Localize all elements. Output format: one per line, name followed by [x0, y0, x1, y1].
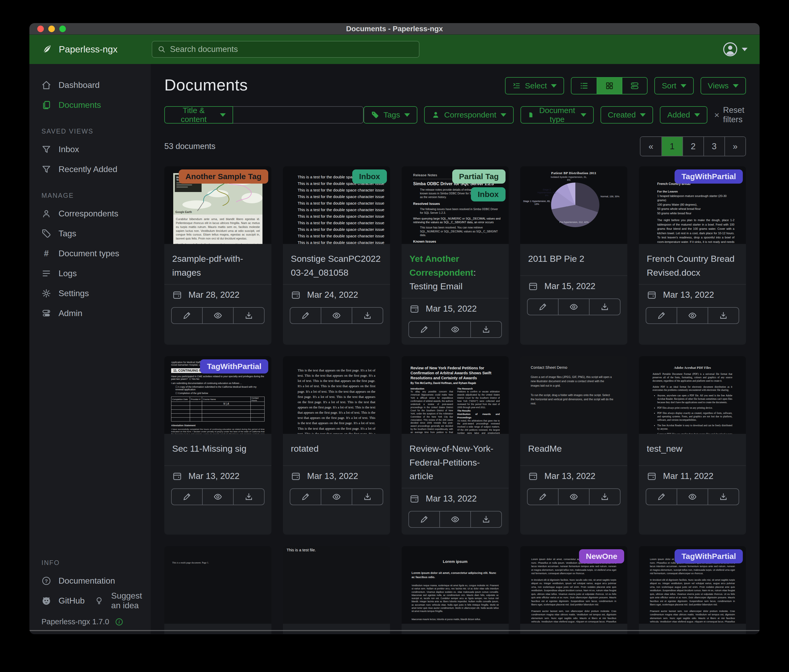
document-title[interactable]: Yet Another Correspondent: Testing Email — [402, 244, 509, 298]
document-thumbnail[interactable]: Contact Sheet Demo Given a set of image … — [520, 356, 627, 434]
document-type-filter-button[interactable]: Document type — [521, 106, 594, 124]
download-button[interactable] — [708, 489, 739, 505]
document-card[interactable]: Lorem ipsum dolor sit amet, consectetur … — [520, 546, 627, 634]
tag-badge[interactable]: Partial Tag — [452, 169, 506, 184]
edit-button[interactable] — [527, 299, 558, 315]
edit-button[interactable] — [527, 489, 558, 505]
document-card[interactable]: This is a test file. simple txt file — [283, 546, 390, 634]
document-thumbnail[interactable]: This is the text that appears on the fir… — [283, 356, 390, 434]
correspondent-filter-button[interactable]: Correspondent — [424, 106, 513, 124]
view-button[interactable] — [558, 489, 589, 505]
sidebar-item-tags[interactable]: Tags — [29, 223, 151, 244]
sidebar-item-dashboard[interactable]: Dashboard — [29, 75, 151, 95]
pagination-page-3[interactable]: 3 — [703, 137, 724, 156]
download-button[interactable] — [708, 308, 739, 323]
document-thumbnail[interactable]: Application for Medical Staff Members Go… — [164, 356, 272, 434]
minimize-window-button[interactable] — [48, 25, 55, 32]
sidebar-item-suggest-idea[interactable]: Suggest an idea — [88, 591, 151, 611]
view-button[interactable] — [321, 489, 352, 505]
reset-filters-button[interactable]: × Reset filters — [714, 105, 746, 124]
sort-button[interactable]: Sort — [654, 77, 693, 94]
document-title[interactable]: French Country Bread Revised.docx — [639, 244, 746, 284]
zoom-window-button[interactable] — [59, 25, 66, 32]
sidebar-item-recently-added[interactable]: Recently Added — [29, 159, 151, 179]
sidebar-item-documentation[interactable]: Documentation — [29, 571, 151, 591]
download-button[interactable] — [352, 308, 383, 323]
tag-badge[interactable]: Another Sample Tag — [179, 169, 268, 184]
document-card[interactable]: This is the text that appears on the fir… — [283, 356, 390, 535]
user-menu[interactable] — [723, 42, 747, 57]
document-card[interactable]: Patient BP Distribution 2011 Normal, 158… — [520, 166, 627, 345]
document-thumbnail[interactable]: Review of New York Federal Petitions for… — [402, 356, 509, 434]
document-thumbnail[interactable]: This is a test for the double space char… — [283, 166, 390, 244]
app-logo[interactable]: Paperless-ngx — [42, 43, 118, 55]
document-card[interactable]: This is a test for the double space char… — [283, 166, 390, 345]
document-thumbnail[interactable]: Lorem ipsum Lorem ipsum dolor sit amet, … — [402, 546, 509, 624]
document-thumbnail[interactable]: Release Notes Simba ODBC Driver for SQL … — [402, 166, 509, 244]
download-button[interactable] — [470, 322, 502, 337]
sidebar-item-document-types[interactable]: Document types — [29, 244, 151, 263]
grid-view-button[interactable] — [597, 78, 622, 94]
download-button[interactable] — [233, 308, 264, 323]
select-button[interactable]: Select — [505, 77, 564, 94]
tag-badge[interactable]: TagWithPartial — [674, 169, 743, 184]
document-card[interactable]: Release Notes Simba ODBC Driver for SQL … — [402, 166, 509, 345]
detail-view-button[interactable] — [622, 78, 647, 94]
document-thumbnail[interactable]: This is a multi page document. Page 1. — [164, 546, 272, 624]
tag-badge[interactable]: TagWithPartial — [200, 359, 268, 374]
view-button[interactable] — [202, 489, 233, 505]
pagination-page-2[interactable]: 2 — [682, 137, 703, 156]
document-thumbnail[interactable]: This is a test file. — [283, 546, 390, 624]
sidebar-item-documents[interactable]: Documents — [29, 95, 151, 115]
document-card[interactable]: This is a multi page document. Page 1. m… — [164, 546, 272, 634]
document-title[interactable]: test_new — [639, 434, 746, 465]
pagination-prev[interactable]: « — [640, 137, 661, 156]
filter-query-input[interactable] — [233, 106, 364, 124]
download-button[interactable] — [589, 489, 620, 505]
document-card[interactable]: Boundary Waters Trip Google Earth Curabi… — [164, 166, 272, 345]
document-title[interactable]: Review-of-New-York-Federal-Petitions-art… — [402, 434, 509, 488]
view-button[interactable] — [439, 322, 470, 337]
tag-badge[interactable]: NewOne — [579, 549, 624, 564]
document-card[interactable]: Lorem ipsum dolor sit amet, consectetur … — [639, 546, 746, 634]
document-title[interactable]: 2sample-pdf-with-images — [164, 244, 272, 284]
document-card[interactable]: Application for Medical Staff Members Go… — [164, 356, 272, 535]
close-window-button[interactable] — [37, 25, 44, 32]
document-thumbnail[interactable]: Boundary Waters Trip Google Earth Curabi… — [164, 166, 272, 244]
tag-badge[interactable]: Inbox — [471, 187, 506, 201]
document-title[interactable]: 2011 BP Pie 2 — [520, 244, 627, 275]
search-input[interactable]: Search documents — [152, 41, 419, 58]
view-button[interactable] — [677, 308, 708, 323]
edit-button[interactable] — [290, 489, 321, 505]
search-field-dropdown[interactable]: Title & content — [164, 106, 233, 124]
view-button[interactable] — [558, 299, 589, 315]
created-filter-button[interactable]: Created — [601, 106, 653, 124]
edit-button[interactable] — [172, 308, 202, 323]
list-view-button[interactable] — [572, 78, 597, 94]
sidebar-item-logs[interactable]: Logs — [29, 263, 151, 283]
edit-button[interactable] — [409, 511, 439, 527]
document-card[interactable]: Review of New York Federal Petitions for… — [402, 356, 509, 535]
document-title[interactable]: Newest Correspondent: f_combineds — [520, 624, 627, 634]
document-thumbnail[interactable]: French Country Bread For the Leaven 1 he… — [639, 166, 746, 244]
edit-button[interactable] — [646, 489, 677, 505]
view-button[interactable] — [202, 308, 233, 323]
correspondent-link[interactable]: Newest Correspondent — [528, 634, 592, 634]
added-filter-button[interactable]: Added — [660, 106, 708, 124]
edit-button[interactable] — [290, 308, 321, 323]
download-button[interactable] — [589, 299, 620, 315]
pagination-next[interactable]: » — [724, 137, 746, 156]
sidebar-item-settings[interactable]: Settings — [29, 283, 151, 303]
document-thumbnail[interactable]: Patient BP Distribution 2011 Normal, 158… — [520, 166, 627, 244]
views-button[interactable]: Views — [701, 77, 746, 94]
sidebar-item-inbox[interactable]: Inbox — [29, 139, 151, 159]
document-card[interactable]: Adobe Acrobat PDF Files Adobe® Portable … — [639, 356, 746, 535]
sidebar-item-correspondents[interactable]: Correspondents — [29, 204, 151, 223]
document-thumbnail[interactable]: Lorem ipsum dolor sit amet, consectetur … — [639, 546, 746, 624]
pagination-page-1[interactable]: 1 — [661, 137, 682, 156]
info-icon[interactable] — [115, 618, 123, 626]
document-title[interactable]: rotated — [283, 434, 390, 465]
document-card[interactable]: Contact Sheet Demo Given a set of image … — [520, 356, 627, 535]
edit-button[interactable] — [172, 489, 202, 505]
document-thumbnail[interactable]: Adobe Acrobat PDF Files Adobe® Portable … — [639, 356, 746, 434]
